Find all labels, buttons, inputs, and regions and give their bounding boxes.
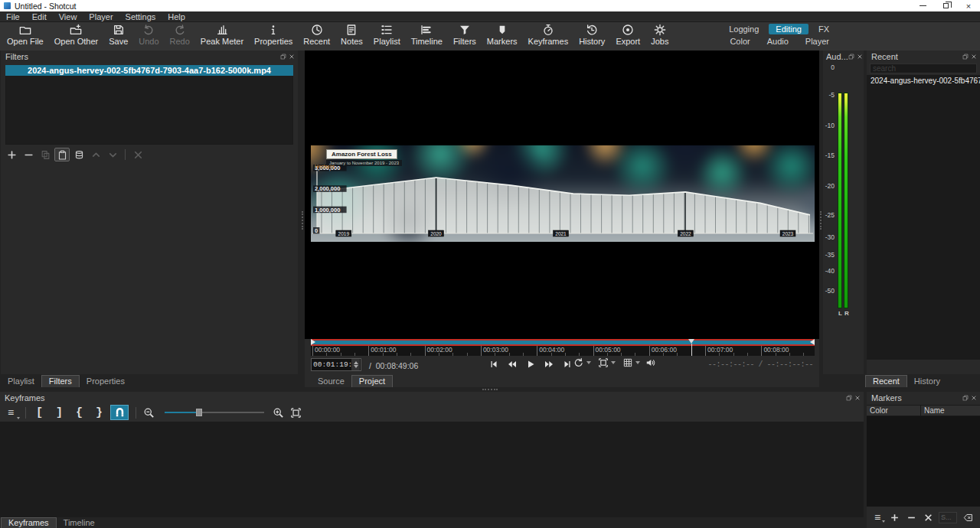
volume-button[interactable]: [645, 357, 656, 368]
zoom-fit-keyframes-button[interactable]: [288, 405, 303, 420]
zoom-in-button[interactable]: [270, 405, 286, 420]
clear-markers-button[interactable]: [922, 511, 934, 523]
markers-column-name[interactable]: Name: [921, 406, 948, 416]
set-first-keyframe-button[interactable]: {: [70, 405, 88, 420]
playhead[interactable]: [688, 339, 695, 356]
layout-player-button[interactable]: Player: [799, 36, 836, 47]
left-tab-properties[interactable]: Properties: [80, 376, 132, 387]
markers-column-color[interactable]: Color: [867, 406, 921, 416]
grid-button[interactable]: [622, 357, 640, 368]
close-panel-icon[interactable]: [857, 54, 863, 60]
close-button[interactable]: ×: [957, 0, 980, 11]
menu-file[interactable]: File: [0, 11, 26, 22]
save-filter-set-button[interactable]: [71, 148, 87, 161]
right-splitter-grip[interactable]: [820, 211, 822, 230]
add-marker-button[interactable]: [888, 511, 900, 523]
clear-search-button[interactable]: [962, 511, 974, 523]
zoom-slider-handle[interactable]: [196, 409, 202, 416]
grid-dropdown-icon[interactable]: [635, 361, 640, 364]
horizontal-splitter-grip[interactable]: [482, 389, 498, 391]
layout-fx-button[interactable]: FX: [812, 24, 836, 34]
layout-logging-button[interactable]: Logging: [722, 24, 766, 34]
markers-button[interactable]: Markers: [482, 22, 523, 51]
loop-button[interactable]: [573, 357, 591, 368]
timecode-spin-buttons[interactable]: [351, 359, 360, 370]
recent-button[interactable]: Recent: [298, 22, 335, 51]
menu-player[interactable]: Player: [83, 11, 119, 22]
right-tab-history[interactable]: History: [907, 376, 947, 387]
zoom-dropdown-icon[interactable]: [611, 361, 616, 364]
set-second-keyframe-button[interactable]: }: [90, 405, 108, 420]
keyframes-button[interactable]: Keyframes: [523, 22, 574, 51]
filters-list[interactable]: [5, 76, 293, 145]
player-tab-source[interactable]: Source: [311, 376, 351, 387]
menu-edit[interactable]: Edit: [26, 11, 53, 22]
close-panel-icon[interactable]: [289, 54, 295, 60]
left-tab-filters[interactable]: Filters: [41, 375, 80, 387]
float-panel-icon[interactable]: [846, 395, 852, 401]
left-tab-playlist[interactable]: Playlist: [1, 376, 41, 387]
loop-dropdown-icon[interactable]: [586, 361, 591, 364]
jobs-button[interactable]: Jobs: [645, 22, 674, 51]
recent-item[interactable]: 2024-angus-hervey-002-5fb4767d-...: [867, 75, 980, 86]
close-panel-icon[interactable]: [854, 395, 861, 401]
spin-down-icon[interactable]: [354, 365, 358, 368]
set-filter-start-button[interactable]: [: [31, 405, 48, 420]
rewind-button[interactable]: [504, 357, 520, 371]
trim-bar[interactable]: [311, 339, 815, 346]
right-tab-recent[interactable]: Recent: [865, 375, 907, 387]
selected-clip-row[interactable]: 2024-angus-hervey-002-5fb4767d-7903-4aa7…: [5, 65, 293, 76]
layout-audio-button[interactable]: Audio: [760, 36, 795, 47]
filters-button[interactable]: Filters: [448, 22, 482, 51]
out-point-marker[interactable]: [810, 339, 815, 345]
float-panel-icon[interactable]: [962, 395, 969, 401]
menu-view[interactable]: View: [53, 11, 83, 22]
spin-up-icon[interactable]: [354, 361, 358, 364]
skip-to-end-button[interactable]: [559, 357, 575, 371]
menu-settings[interactable]: Settings: [119, 11, 162, 22]
left-splitter-grip[interactable]: [302, 211, 304, 230]
current-position-input[interactable]: [312, 359, 351, 370]
close-panel-icon[interactable]: [971, 54, 977, 60]
player-tab-project[interactable]: Project: [351, 375, 393, 387]
bottom-tab-keyframes[interactable]: Keyframes: [1, 517, 57, 528]
keyframes-track-area[interactable]: [0, 422, 864, 517]
timeline-button[interactable]: Timeline: [406, 22, 448, 51]
fast-forward-button[interactable]: [541, 357, 557, 371]
peak-meter-button[interactable]: Peak Meter: [195, 22, 249, 51]
recent-search-input[interactable]: [870, 64, 977, 73]
properties-button[interactable]: Properties: [249, 22, 298, 51]
layout-editing-button[interactable]: Editing: [769, 24, 808, 34]
minimize-button[interactable]: [911, 0, 934, 11]
keyframes-menu-button[interactable]: ≡: [3, 405, 18, 420]
layout-color-button[interactable]: Color: [723, 36, 756, 47]
playlist-button[interactable]: Playlist: [368, 22, 406, 51]
restore-button[interactable]: [934, 0, 957, 11]
remove-marker-button[interactable]: [905, 511, 917, 523]
zoom-fit-button[interactable]: [598, 357, 616, 368]
notes-button[interactable]: Notes: [335, 22, 368, 51]
open-other-button[interactable]: Open Other: [49, 22, 103, 51]
zoom-slider[interactable]: [165, 408, 264, 417]
paste-filters-button[interactable]: [54, 148, 70, 161]
open-file-button[interactable]: Open File: [2, 22, 49, 51]
history-button[interactable]: History: [573, 22, 610, 51]
float-panel-icon[interactable]: [280, 54, 286, 60]
zoom-out-button[interactable]: [141, 405, 156, 420]
timecode-spinner[interactable]: [311, 358, 361, 371]
skip-to-start-button[interactable]: [485, 357, 501, 371]
float-panel-icon[interactable]: [962, 54, 969, 60]
close-panel-icon[interactable]: [971, 395, 977, 401]
time-ruler[interactable]: 00:00:0000:01:0000:02:0000:03:0000:04:00…: [311, 346, 815, 356]
markers-list[interactable]: [867, 416, 980, 507]
set-filter-end-button[interactable]: ]: [51, 405, 68, 420]
markers-search-input[interactable]: [939, 512, 957, 523]
add-filter-button[interactable]: [4, 148, 19, 161]
markers-menu-button[interactable]: ≡: [871, 511, 884, 523]
menu-help[interactable]: Help: [162, 11, 191, 22]
remove-filter-button[interactable]: [21, 148, 36, 161]
snap-toggle-button[interactable]: [110, 405, 129, 420]
float-panel-icon[interactable]: [848, 54, 854, 60]
export-button[interactable]: Export: [610, 22, 645, 51]
in-point-marker[interactable]: [311, 339, 315, 345]
